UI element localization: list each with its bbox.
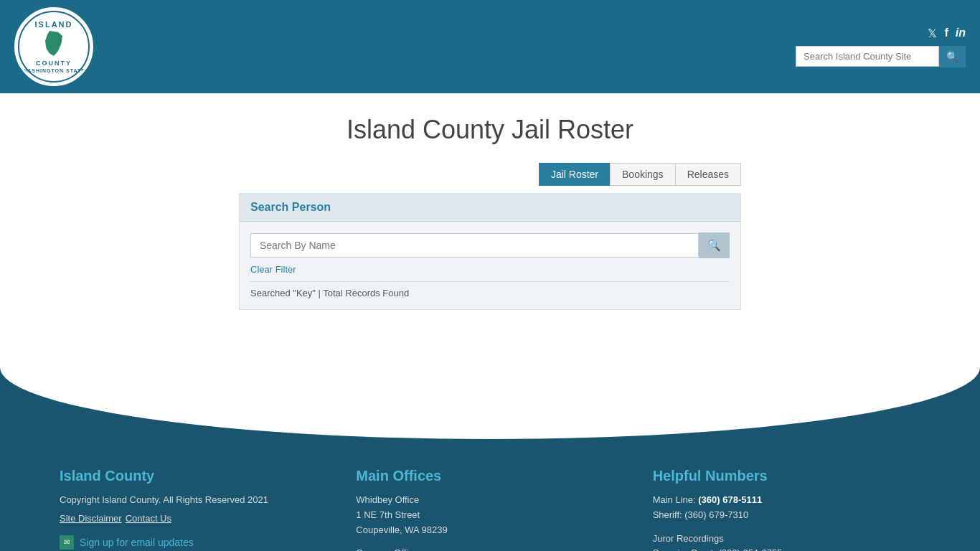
main-line-label: Main Line:	[653, 494, 696, 505]
juror-recordings-label: Juror Recordings	[653, 532, 920, 547]
footer-col3-title: Helpful Numbers	[653, 468, 920, 484]
email-signup-row: ✉ Sign up for email updates	[60, 535, 327, 550]
linkedin-icon[interactable]: in	[956, 27, 966, 39]
logo-county-text: COUNTY	[36, 60, 72, 67]
tab-jail-roster[interactable]: Jail Roster	[539, 163, 610, 186]
logo-circle: ISLAND COUNTY WASHINGTON STATE	[14, 7, 93, 86]
logo-wa-text: WASHINGTON STATE	[22, 68, 85, 73]
camano-office-name: Camano Office	[356, 546, 623, 551]
footer-col-main-offices: Main Offices Whidbey Office 1 NE 7th Str…	[356, 468, 623, 551]
superior-number[interactable]: (800) 254-2755	[718, 547, 782, 551]
logo-inner: ISLAND COUNTY WASHINGTON STATE	[18, 11, 90, 83]
search-panel-header: Search Person	[240, 194, 740, 222]
email-icon: ✉	[60, 535, 74, 550]
search-panel-body: 🔍 Clear Filter Searched "Key" | Total Re…	[240, 222, 740, 309]
main-content: Island County Jail Roster Jail Roster Bo…	[0, 93, 980, 353]
sheriff-label: Sheriff:	[653, 509, 682, 520]
site-search-button[interactable]: 🔍	[939, 46, 966, 67]
search-result-text: Searched "Key" | Total Records Found	[250, 281, 730, 298]
footer-col-island-county: Island County Copyright Island County. A…	[60, 468, 327, 551]
search-input-row: 🔍	[250, 232, 730, 258]
tab-bookings[interactable]: Bookings	[610, 163, 675, 186]
site-search-input[interactable]	[796, 46, 939, 67]
clear-filter-link[interactable]: Clear Filter	[250, 264, 296, 275]
twitter-icon[interactable]: 𝕏	[928, 27, 937, 40]
footer-grid: Island County Copyright Island County. A…	[60, 468, 920, 551]
footer-col-helpful-numbers: Helpful Numbers Main Line: (360) 678-511…	[653, 468, 920, 551]
email-signup-label[interactable]: Sign up for email updates	[80, 537, 194, 548]
whidbey-office-address2: Coupeville, WA 98239	[356, 523, 623, 538]
sheriff-number[interactable]: (360) 679-7310	[684, 509, 748, 520]
footer-copyright: Copyright Island County. All Rights Rese…	[60, 493, 327, 508]
facebook-icon[interactable]: f	[944, 27, 948, 39]
main-line-row: Main Line: (360) 678-5111	[653, 493, 920, 508]
site-disclaimer-link[interactable]: Site Disclaimer	[60, 512, 122, 527]
name-search-input[interactable]	[250, 233, 699, 258]
tab-releases[interactable]: Releases	[675, 163, 741, 186]
site-header: ISLAND COUNTY WASHINGTON STATE 𝕏 f in 🔍	[0, 0, 980, 93]
tabs-container: Jail Roster Bookings Releases	[239, 163, 741, 186]
superior-label: Superior Court:	[653, 547, 716, 551]
logo-area: ISLAND COUNTY WASHINGTON STATE	[14, 7, 93, 86]
wave-transition	[0, 353, 980, 439]
site-search-bar: 🔍	[796, 46, 966, 67]
whidbey-office-name: Whidbey Office	[356, 493, 623, 508]
whidbey-office-address1: 1 NE 7th Street	[356, 508, 623, 523]
contact-us-link[interactable]: Contact Us	[126, 512, 171, 527]
main-line-number: (360) 678-5111	[698, 494, 762, 505]
search-panel: Search Person 🔍 Clear Filter Searched "K…	[239, 193, 741, 310]
footer-links: Site Disclaimer Contact Us	[60, 512, 327, 527]
header-right: 𝕏 f in 🔍	[796, 27, 966, 67]
site-footer: Island County Copyright Island County. A…	[0, 439, 980, 551]
superior-court-row: Superior Court: (800) 254-2755	[653, 546, 920, 551]
logo-map-shape	[43, 31, 65, 56]
sheriff-row: Sheriff: (360) 679-7310	[653, 508, 920, 523]
name-search-button[interactable]: 🔍	[699, 232, 730, 258]
logo-island-text: ISLAND	[35, 20, 73, 29]
footer-col1-title: Island County	[60, 468, 327, 484]
social-icons: 𝕏 f in	[928, 27, 966, 40]
page-title: Island County Jail Roster	[14, 115, 966, 145]
footer-col2-title: Main Offices	[356, 468, 623, 484]
